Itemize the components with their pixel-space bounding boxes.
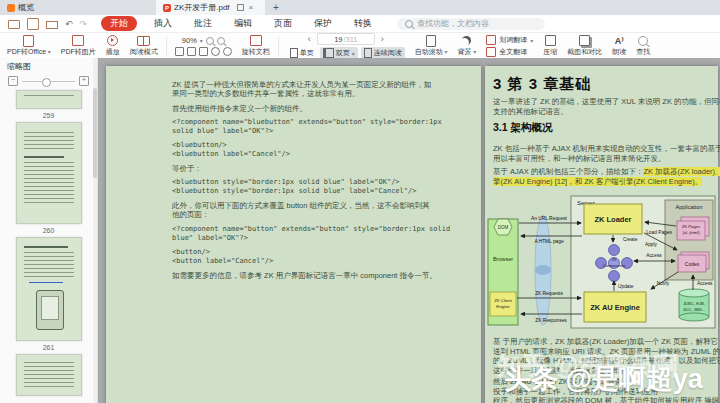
screenshot-compare-button[interactable]: 截图和对比 <box>562 35 607 57</box>
browser-label: Browser <box>493 256 513 262</box>
chevron-down-icon: ▾ <box>46 49 51 55</box>
arrow-zk-responses-label: ZK Responses <box>535 318 567 323</box>
redo-icon[interactable]: ↷ <box>80 19 88 29</box>
chevron-down-icon: ▾ <box>472 49 477 55</box>
intro-paragraph: 这一章讲述了 ZK 的基础，这里使用了 XUL 来说明 ZK 的功能，但同样可用… <box>493 97 714 116</box>
zk-architecture-diagram: Server Application DOM Browser ZK Client… <box>487 193 717 338</box>
thumbnail-panel: 缩略图 − + 259 260 261 <box>0 58 98 403</box>
left-page-text: ZK 提供了一种强大但很简单的方式来让开发人员为某一页面定义新的组件，如果同一类… <box>172 80 453 285</box>
page-navigation-group: ‹ 19 /311 › 单页 双页 ▾ 连续阅读 <box>282 33 410 59</box>
thumbnail-zoom-controls: − + <box>0 74 97 90</box>
highlighted-paragraph: 基于 AJAX 的机制包括三个部分，描绘如下：ZK 加载器(ZK loader)… <box>493 167 714 186</box>
sidebar-scrollbar[interactable] <box>93 58 97 403</box>
zk-client-engine-label2: Engine <box>496 304 510 309</box>
phone-figure <box>36 290 64 330</box>
pdf-to-office-icon <box>23 35 34 47</box>
network-lens-band <box>535 265 551 275</box>
read-aloud-button[interactable]: A⁾ 朗读 <box>607 35 631 57</box>
search-input[interactable]: 查找功能，文档内容 <box>397 18 545 30</box>
menu-item-protect[interactable]: 保护 <box>303 17 343 30</box>
rotate-icon <box>250 35 262 46</box>
watermark-main: 头条 @是啊超ya <box>504 361 703 397</box>
page-number-input[interactable]: 19 /311 <box>317 33 375 45</box>
actual-size-icon[interactable] <box>199 47 208 56</box>
tab-document[interactable]: P ZK开发手册.pdf × <box>156 0 265 15</box>
menu-item-convert[interactable]: 转换 <box>343 17 383 30</box>
undo-icon[interactable]: ↶ <box>65 19 73 29</box>
panel-title: 缩略图 <box>0 58 97 74</box>
section-heading: 3.1 架构概况 <box>493 121 553 135</box>
auto-scroll-icon <box>426 35 436 47</box>
prev-view-icon[interactable] <box>211 47 220 56</box>
word-translate-icon <box>486 35 496 45</box>
pdf-to-office-button[interactable]: PDF转Office ▾ <box>2 35 56 57</box>
pdf-to-image-icon <box>72 35 84 46</box>
open-file-icon[interactable] <box>8 20 20 29</box>
arrow-apply-label: Apply <box>645 242 658 247</box>
zk-client-engine-label: ZK Client <box>494 298 512 303</box>
fit-width-icon[interactable] <box>187 47 196 56</box>
translate-group: 划词翻译 ▾ 全文翻译 <box>481 35 538 57</box>
arrow-url-request-label: An URL Request <box>531 216 567 221</box>
database-label: JDBC, EJB, <box>683 301 705 306</box>
menu-item-insert[interactable]: 插入 <box>143 17 183 30</box>
zoom-out-icon[interactable] <box>206 37 214 45</box>
print-icon[interactable] <box>46 21 58 29</box>
next-view-icon[interactable] <box>223 47 232 56</box>
read-aloud-icon: A⁾ <box>615 36 624 46</box>
chevron-down-icon: ▾ <box>200 37 203 44</box>
menu-item-page[interactable]: 页面 <box>263 17 303 30</box>
book-icon <box>137 36 150 46</box>
database-label2: JDO, JMS... <box>683 307 706 312</box>
current-page: 19 <box>334 35 342 44</box>
quick-access-toolbar: ↶ ↷ <box>0 18 95 30</box>
arrow-notify-label: Notify <box>657 281 670 286</box>
thumb-smaller-icon[interactable]: − <box>8 76 18 86</box>
pin-tab-icon[interactable] <box>237 4 244 11</box>
read-mode-button[interactable]: 阅读模式 <box>125 35 163 57</box>
architecture-paragraph: ZK 包括一种基于 AJAX 机制用来实现自动的交互性，一套丰富的基于 XUL … <box>493 144 714 163</box>
menu-item-comment[interactable]: 批注 <box>183 17 223 30</box>
tab-home[interactable]: 概览 <box>0 0 134 15</box>
thumb-larger-icon[interactable]: + <box>79 76 89 86</box>
arrow-zk-requests-label: ZK Requests <box>535 291 563 296</box>
zk-loader-label: ZK Loader <box>594 215 631 224</box>
prev-page-icon[interactable]: ‹ <box>305 34 314 44</box>
zoom-in-icon[interactable] <box>217 37 225 45</box>
fit-page-icon[interactable] <box>175 47 184 56</box>
save-icon[interactable] <box>27 18 39 30</box>
thumb-size-slider[interactable] <box>22 81 75 82</box>
slider-knob[interactable] <box>42 78 51 87</box>
auto-scroll-button[interactable]: 自动滚动 ▾ <box>410 35 453 57</box>
menu-item-start[interactable]: 开始 <box>101 16 137 31</box>
thumbnail-page-260[interactable] <box>16 237 82 341</box>
word-translate-button[interactable]: 划词翻译 ▾ <box>486 35 533 45</box>
continuous-icon <box>364 48 372 58</box>
menu-item-edit[interactable]: 编辑 <box>223 17 263 30</box>
toolbar-divider <box>278 37 279 55</box>
thumbnail-label: 260 <box>0 224 97 237</box>
arrow-access-label: Access <box>646 253 662 258</box>
zoom-level-select[interactable]: 90% <box>182 36 197 45</box>
pdf-to-image-button[interactable]: PDF转图片 <box>56 35 101 57</box>
application-label: Application <box>676 204 703 210</box>
thumbnail-page-258-partial[interactable] <box>16 90 82 109</box>
pdf-file-icon: P <box>163 4 171 12</box>
single-page-icon <box>290 48 298 58</box>
next-page-icon[interactable]: › <box>378 34 387 44</box>
new-tab-button[interactable]: + <box>265 0 287 15</box>
screenshot-compare-icon <box>579 35 590 46</box>
find-button[interactable]: 查找 <box>631 35 655 57</box>
thumbnail-label: 259 <box>0 109 97 122</box>
thumbnail-page-259[interactable] <box>16 122 82 224</box>
play-button[interactable]: 播放 <box>101 35 125 57</box>
background-button[interactable]: 背景 ▾ <box>453 35 482 57</box>
compress-button[interactable]: 压缩 <box>538 35 562 57</box>
thumbnail-page-261-partial[interactable] <box>16 354 82 396</box>
close-tab-icon[interactable]: × <box>249 3 254 12</box>
arrow-html-page-label: A HTML page <box>534 239 563 244</box>
arrow-db-access-label: Access <box>697 281 713 286</box>
chevron-down-icon: ▾ <box>352 50 355 57</box>
rotate-document-button[interactable]: 旋转文档 <box>237 35 275 57</box>
full-translate-button[interactable]: 全文翻译 <box>486 47 533 57</box>
